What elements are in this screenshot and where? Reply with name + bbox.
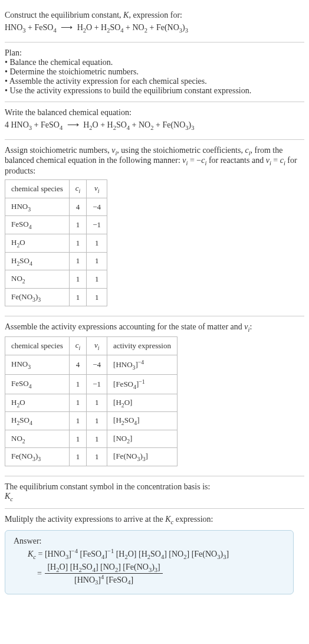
fraction: [H2O] [H2SO4] [NO2] [Fe(NO3)3] [HNO3]4 […: [45, 563, 162, 586]
plan-section: Plan: • Balance the chemical equation. •…: [5, 43, 304, 102]
intro-K: K: [123, 11, 129, 19]
table-row: Fe(NO3)311[Fe(NO3)3]: [5, 448, 177, 466]
col-activity: activity expression: [107, 337, 177, 355]
table-header-row: chemical species ci νi activity expressi…: [5, 337, 177, 355]
unbalanced-equation: HNO3 + FeSO4 ⟶ H2O + H2SO4 + NO2 + Fe(NO…: [5, 22, 304, 34]
activity-section: Assemble the activity expressions accoun…: [5, 316, 304, 476]
table-row: FeSO41−1: [5, 216, 107, 234]
intro-text: Construct the equilibrium constant, K, e…: [5, 11, 304, 20]
balanced-equation: 4 HNO3 + FeSO4 ⟶ H2O + H2SO4 + NO2 + Fe(…: [5, 120, 304, 131]
intro-section: Construct the equilibrium constant, K, e…: [5, 5, 304, 43]
final-section: Mulitply the activity expressions to arr…: [5, 509, 304, 601]
symbol-Kc: Kc: [5, 492, 304, 502]
reaction-arrow-icon: ⟶: [65, 120, 81, 130]
col-nu: νi: [87, 337, 107, 355]
answer-box: Answer: Kc = [HNO3]−4 [FeSO4]−1 [H2O] [H…: [5, 530, 294, 595]
balanced-title: Write the balanced chemical equation:: [5, 108, 304, 117]
table-row: NO211: [5, 270, 107, 289]
col-species: chemical species: [5, 337, 70, 355]
col-nu: νi: [87, 180, 107, 198]
table-row: HNO34−4: [5, 198, 107, 216]
answer-label: Answer:: [14, 537, 285, 546]
symbol-desc: The equilibrium constant symbol in the c…: [5, 482, 304, 492]
table-header-row: chemical species ci νi: [5, 180, 107, 198]
activity-table: chemical species ci νi activity expressi…: [5, 336, 177, 466]
plan-bullet: • Balance the chemical equation.: [5, 58, 304, 67]
col-c: ci: [69, 180, 87, 198]
fraction-denominator: [HNO3]4 [FeSO4]: [45, 574, 162, 586]
table-row: H2O11: [5, 234, 107, 252]
col-species: chemical species: [5, 180, 70, 198]
table-row: NO211[NO2]: [5, 430, 177, 448]
final-title: Mulitply the activity expressions to arr…: [5, 515, 304, 525]
table-row: HNO34−4[HNO3]−4: [5, 355, 177, 374]
stoich-section: Assign stoichiometric numbers, νi, using…: [5, 140, 304, 317]
plan-bullet: • Determine the stoichiometric numbers.: [5, 67, 304, 77]
plan-title: Plan:: [5, 48, 304, 58]
intro-post: , expression for:: [129, 11, 182, 19]
answer-expression: Kc = [HNO3]−4 [FeSO4]−1 [H2O] [H2SO4] [N…: [14, 548, 285, 586]
symbol-section: The equilibrium constant symbol in the c…: [5, 476, 304, 509]
fraction-numerator: [H2O] [H2SO4] [NO2] [Fe(NO3)3]: [45, 563, 162, 574]
table-row: H2SO411: [5, 252, 107, 270]
stoich-table: chemical species ci νi HNO34−4 FeSO41−1 …: [5, 179, 107, 306]
stoich-desc: Assign stoichiometric numbers, νi, using…: [5, 146, 304, 176]
table-row: Fe(NO3)311: [5, 288, 107, 306]
col-c: ci: [69, 337, 87, 355]
intro-pre: Construct the equilibrium constant,: [5, 11, 123, 19]
balanced-section: Write the balanced chemical equation: 4 …: [5, 102, 304, 140]
plan-bullet: • Assemble the activity expression for e…: [5, 77, 304, 86]
table-row: FeSO41−1[FeSO4]−1: [5, 374, 177, 394]
table-row: H2SO411[H2SO4]: [5, 412, 177, 430]
activity-desc: Assemble the activity expressions accoun…: [5, 322, 304, 333]
table-row: H2O11[H2O]: [5, 394, 177, 412]
reaction-arrow-icon: ⟶: [58, 22, 75, 32]
plan-bullet: • Use the activity expressions to build …: [5, 86, 304, 96]
